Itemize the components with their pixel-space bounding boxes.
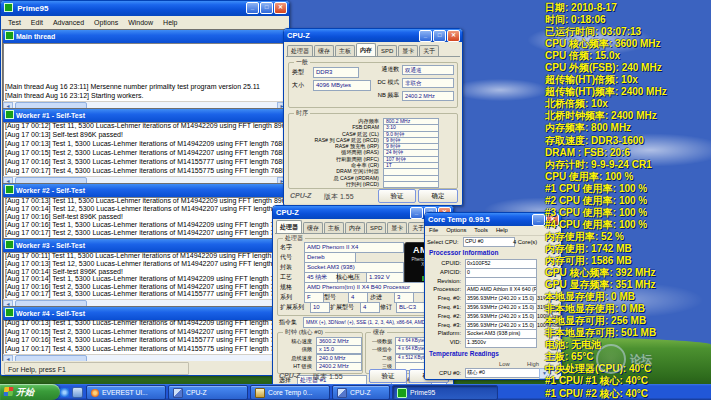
minimize-button[interactable]: _	[246, 2, 259, 14]
main-thread-window: Main thread [Main thread Aug 16 23:11] M…	[2, 29, 288, 110]
taskbar-buttons: EVEREST Ul... CPU-Z Core Temp 0... CPU-Z	[86, 385, 498, 399]
taskbar-window-button[interactable]: Prime95	[392, 385, 498, 400]
load-text: 100% load	[537, 321, 562, 329]
ok-button[interactable]: 确定	[418, 189, 458, 203]
memory-timings-rows: 内存频率 800.2 MHz FSB:DRAM 3:10 CAS# 延迟 (CL…	[291, 118, 455, 187]
prime95-statusbar: For Help, press F1	[2, 361, 288, 374]
main-thread-titlebar[interactable]: Main thread	[3, 30, 287, 43]
menu-item[interactable]: Options	[442, 226, 470, 235]
log-line: [Aug 17 00:14] Test 12, 5300 Lucas-Lehme…	[5, 205, 286, 213]
worker4-titlebar[interactable]: Worker #4 - Self-Test	[3, 307, 287, 320]
tab[interactable]: 处理器	[276, 220, 302, 233]
show-desktop-icon[interactable]	[72, 387, 83, 398]
maximize-button[interactable]: □	[433, 30, 446, 42]
coretemp-window: Core Temp 0.99.5 _ ✕ FileOptionsToolsHel…	[424, 212, 562, 380]
close-icon[interactable]: ✕	[546, 214, 559, 226]
taskbar-window-button[interactable]: Core Temp 0...	[250, 385, 330, 400]
tab[interactable]: 缓存	[303, 222, 323, 233]
cpuz-version: 版本 1.55	[324, 192, 354, 202]
log-line: [Aug 17 00:17] Test 3, 5300 Lucas-Lehmer…	[5, 290, 286, 298]
log-line: [Aug 17 00:16] Test 2, 5300 Lucas-Lehmer…	[5, 283, 286, 291]
taskbar-window-button[interactable]: CPU-Z	[168, 385, 248, 400]
core-select-dropdown[interactable]: 核心 #0	[465, 368, 541, 378]
log-line: [Aug 17 00:16] Self-test 896K passed!	[5, 213, 286, 221]
ie-icon[interactable]	[60, 388, 69, 397]
taskbar-button-label: Core Temp 0...	[268, 387, 312, 399]
worker2-window: Worker #2 - Self-Test [Aug 17 00:13] Tes…	[2, 183, 288, 240]
value-box	[383, 181, 439, 189]
menu-item[interactable]: File	[425, 226, 442, 235]
cpuz-memory-window: CPU-Z _ □ ✕ 处理器缓存主板内存SPD显卡关于 一般 类型 DDR3 …	[283, 28, 463, 206]
start-button[interactable]: 开始	[0, 384, 60, 400]
column-high: High	[527, 360, 547, 368]
menu-item[interactable]: Help	[492, 226, 512, 235]
minimize-button[interactable]: _	[410, 207, 423, 219]
menu-item[interactable]: Test	[3, 16, 26, 29]
close-icon[interactable]: ✕	[274, 2, 287, 14]
log-line: [Aug 17 00:15] Test 2, 5300 Lucas-Lehmer…	[5, 148, 286, 157]
tab[interactable]: 内存	[345, 222, 365, 233]
horizontal-scrollbar[interactable]: ◄ ►	[3, 354, 287, 361]
cpuz-brand: CPU-Z	[290, 192, 311, 199]
log-line: [Aug 17 00:11] Test 11, 5300 Lucas-Lehme…	[5, 252, 286, 260]
log-line: [Aug 17 00:12] Test 11, 5300 Lucas-Lehme…	[5, 122, 286, 130]
log-line: [Aug 17 00:13] Test 1, 5300 Lucas-Lehmer…	[5, 320, 286, 328]
log-line: [Main thread Aug 16 23:11] Mersenne numb…	[5, 82, 286, 91]
tab[interactable]: 主板	[335, 45, 355, 56]
taskbar-button-label: Prime95	[410, 387, 435, 399]
status-text: For Help, press F1	[4, 362, 189, 375]
tab[interactable]: 关于	[419, 45, 439, 56]
log-line: [Aug 17 00:13] Test 1, 5300 Lucas-Lehmer…	[5, 139, 286, 148]
tab[interactable]: SPD	[366, 222, 386, 233]
cpu-clocks-group: 时钟 (核心 #0) 核心速度 3600.2 MHz 倍频 x 15.0 总线速…	[277, 332, 363, 374]
load-text: 31% load	[537, 294, 559, 302]
memory-general-rows: 通道数 双通道 DC 模式 非联合 NB 频率 2400.2 MHz	[289, 63, 457, 102]
menu-item[interactable]: Options	[89, 16, 123, 29]
menu-item[interactable]: Tools	[470, 226, 492, 235]
log-line: [Aug 17 00:17] Test 4, 5300 Lucas-Lehmer…	[5, 166, 286, 175]
menu-item[interactable]: Edit	[26, 16, 48, 29]
log-line: [Aug 17 00:16] Test 3, 5300 Lucas-Lehmer…	[5, 157, 286, 166]
minimize-button[interactable]: _	[419, 30, 432, 42]
worker2-titlebar[interactable]: Worker #2 - Self-Test	[3, 184, 287, 197]
tab[interactable]: 处理器	[287, 45, 313, 56]
worker1-log: [Aug 17 00:12] Test 11, 5300 Lucas-Lehme…	[3, 122, 287, 176]
tab[interactable]: 主板	[324, 222, 344, 233]
cpu-select-dropdown[interactable]: CPU #0	[463, 237, 515, 247]
taskbar-window-button[interactable]: EVEREST Ul...	[86, 385, 166, 400]
prime95-menubar: TestEditAdvancedOptionsWindowHelp	[1, 16, 289, 30]
log-line: [Aug 17 00:17] Test 2, 5300 Lucas-Lehmer…	[5, 229, 286, 237]
minimize-button[interactable]: _	[532, 214, 545, 226]
worker1-window: Worker #1 - Self-Test [Aug 17 00:12] Tes…	[2, 108, 288, 185]
tab[interactable]: 显卡	[387, 222, 407, 233]
tab[interactable]: 缓存	[314, 45, 334, 56]
menu-item[interactable]: Advanced	[48, 16, 89, 29]
tab[interactable]: 内存	[356, 43, 376, 56]
worker1-titlebar[interactable]: Worker #1 - Self-Test	[3, 109, 287, 122]
app-icon	[337, 388, 347, 398]
close-icon[interactable]: ✕	[447, 30, 460, 42]
cpuz-titlebar[interactable]: CPU-Z _ □ ✕	[284, 29, 462, 42]
validate-button[interactable]: 验证	[378, 189, 416, 203]
taskbar-window-button[interactable]: CPU-Z	[332, 385, 390, 400]
log-line: [Aug 17 00:13] Self-test 896K passed!	[5, 130, 286, 139]
chevron-down-icon[interactable]: ▼	[539, 368, 550, 379]
tab[interactable]: 显卡	[398, 45, 418, 56]
menu-item[interactable]: Window	[123, 16, 158, 29]
tab[interactable]: SPD	[377, 45, 397, 56]
menu-item[interactable]: Help	[158, 16, 182, 29]
worker3-titlebar[interactable]: Worker #3 - Self-Test	[3, 239, 287, 252]
maximize-button[interactable]: □	[260, 2, 273, 14]
section-processor-information: Processor Information	[429, 249, 498, 256]
worker-icon	[5, 308, 14, 317]
validate-button[interactable]: 验证	[369, 369, 407, 383]
prime95-titlebar[interactable]: Prime95 _ □ ✕	[1, 1, 289, 16]
watermark-logo-icon	[596, 344, 626, 374]
coretemp-titlebar[interactable]: Core Temp 0.99.5 _ ✕	[425, 213, 561, 226]
log-line: [Aug 17 00:16] Test 3, 5300 Lucas-Lehmer…	[5, 336, 286, 344]
prime95-title: Prime95	[17, 4, 48, 13]
coretemp-info-rows: CPUID: 0x100F52 APICID: 0 Revision:	[425, 259, 561, 347]
cpuz-footer: CPU-Z 版本 1.55 验证 确定	[286, 189, 460, 203]
prime95-window: Prime95 _ □ ✕ TestEditAdvancedOptionsWin…	[0, 0, 290, 376]
memory-general-group: 一般 类型 DDR3 大小 4096 MBytes 通道数 双通道 DC 模式 …	[288, 62, 458, 108]
